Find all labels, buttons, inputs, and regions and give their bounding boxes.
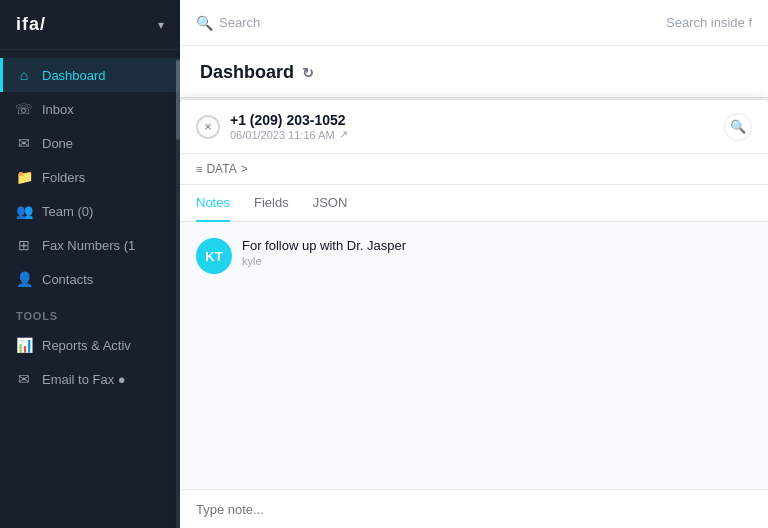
sidebar-logo[interactable]: ifa/ ▾ bbox=[0, 0, 180, 50]
note-input-area bbox=[180, 489, 768, 528]
sidebar-item-folders[interactable]: 📁 Folders bbox=[0, 160, 180, 194]
home-icon: ⌂ bbox=[16, 67, 32, 83]
email-icon: ✉ bbox=[16, 371, 32, 387]
close-button[interactable]: × bbox=[196, 115, 220, 139]
main-content: 🔍 Search Search inside f Dashboard ↻ × +… bbox=[180, 0, 768, 528]
sidebar-item-label: Fax Numbers (1 bbox=[42, 238, 135, 253]
data-bar[interactable]: ≡ DATA > bbox=[180, 154, 768, 185]
notes-area: KT For follow up with Dr. Jasper kyle bbox=[180, 222, 768, 489]
sidebar-item-dashboard[interactable]: ⌂ Dashboard bbox=[0, 58, 180, 92]
inbox-icon: ☏ bbox=[16, 101, 32, 117]
app-logo: ifa/ bbox=[16, 14, 46, 35]
note-text: For follow up with Dr. Jasper bbox=[242, 238, 752, 253]
done-icon: ✉ bbox=[16, 135, 32, 151]
sidebar-item-label: Folders bbox=[42, 170, 85, 185]
avatar-initials: KT bbox=[205, 249, 222, 264]
sidebar-item-label: Inbox bbox=[42, 102, 74, 117]
detail-header: × +1 (209) 203-1052 06/01/2023 11:16 AM … bbox=[180, 100, 768, 154]
tab-json-label: JSON bbox=[313, 195, 348, 210]
expand-icon[interactable]: ↗ bbox=[339, 128, 348, 141]
sidebar-nav: ⌂ Dashboard ☏ Inbox ✉ Done 📁 Folders 👥 T… bbox=[0, 50, 180, 528]
detail-search-button[interactable]: 🔍 bbox=[724, 113, 752, 141]
tab-notes-label: Notes bbox=[196, 195, 230, 210]
sidebar-item-team[interactable]: 👥 Team (0) bbox=[0, 194, 180, 228]
dashboard-header: Dashboard ↻ bbox=[180, 46, 768, 98]
chevron-right-icon: > bbox=[241, 162, 248, 176]
sidebar-item-done[interactable]: ✉ Done bbox=[0, 126, 180, 160]
reports-icon: 📊 bbox=[16, 337, 32, 353]
page-title: Dashboard ↻ bbox=[200, 62, 748, 97]
sidebar-item-label: Dashboard bbox=[42, 68, 106, 83]
date-text: 06/01/2023 11:16 AM bbox=[230, 129, 335, 141]
note-content: For follow up with Dr. Jasper kyle bbox=[242, 238, 752, 267]
tab-fields-label: Fields bbox=[254, 195, 289, 210]
note-author: kyle bbox=[242, 255, 752, 267]
search-box[interactable]: 🔍 Search bbox=[196, 15, 654, 31]
note-input[interactable] bbox=[196, 502, 752, 517]
contacts-icon: 👤 bbox=[16, 271, 32, 287]
detail-panel: × +1 (209) 203-1052 06/01/2023 11:16 AM … bbox=[180, 100, 768, 528]
note-item: KT For follow up with Dr. Jasper kyle bbox=[196, 238, 752, 274]
sidebar-item-fax-numbers[interactable]: ⊞ Fax Numbers (1 bbox=[0, 228, 180, 262]
tools-section-label: TOOLS bbox=[0, 296, 180, 328]
sidebar-item-email-to-fax[interactable]: ✉ Email to Fax ● bbox=[0, 362, 180, 396]
search-placeholder: Search bbox=[219, 15, 260, 30]
search-icon: 🔍 bbox=[196, 15, 213, 31]
sidebar-item-reports[interactable]: 📊 Reports & Activ bbox=[0, 328, 180, 362]
tab-fields[interactable]: Fields bbox=[254, 185, 289, 222]
refresh-icon[interactable]: ↻ bbox=[302, 65, 314, 81]
data-label: DATA bbox=[206, 162, 236, 176]
detail-tabs: Notes Fields JSON bbox=[180, 185, 768, 222]
sidebar-item-inbox[interactable]: ☏ Inbox bbox=[0, 92, 180, 126]
phone-info: +1 (209) 203-1052 06/01/2023 11:16 AM ↗ bbox=[230, 112, 714, 141]
tab-notes[interactable]: Notes bbox=[196, 185, 230, 222]
search-inside-label: Search inside f bbox=[666, 15, 752, 30]
sidebar-item-label: Reports & Activ bbox=[42, 338, 131, 353]
search-icon: 🔍 bbox=[730, 119, 746, 134]
dashboard-title-text: Dashboard bbox=[200, 62, 294, 83]
call-date: 06/01/2023 11:16 AM ↗ bbox=[230, 128, 714, 141]
close-icon: × bbox=[204, 120, 211, 134]
sidebar-item-contacts[interactable]: 👤 Contacts bbox=[0, 262, 180, 296]
sidebar: ifa/ ▾ ⌂ Dashboard ☏ Inbox ✉ Done 📁 Fold… bbox=[0, 0, 180, 528]
sidebar-item-label: Done bbox=[42, 136, 73, 151]
tab-json[interactable]: JSON bbox=[313, 185, 348, 222]
fax-icon: ⊞ bbox=[16, 237, 32, 253]
sidebar-item-label: Team (0) bbox=[42, 204, 93, 219]
phone-number: +1 (209) 203-1052 bbox=[230, 112, 714, 128]
team-icon: 👥 bbox=[16, 203, 32, 219]
chevron-down-icon: ▾ bbox=[158, 18, 164, 32]
avatar: KT bbox=[196, 238, 232, 274]
sidebar-item-label: Contacts bbox=[42, 272, 93, 287]
topbar: 🔍 Search Search inside f bbox=[180, 0, 768, 46]
hamburger-icon: ≡ bbox=[196, 163, 202, 175]
sidebar-item-label: Email to Fax ● bbox=[42, 372, 126, 387]
folder-icon: 📁 bbox=[16, 169, 32, 185]
